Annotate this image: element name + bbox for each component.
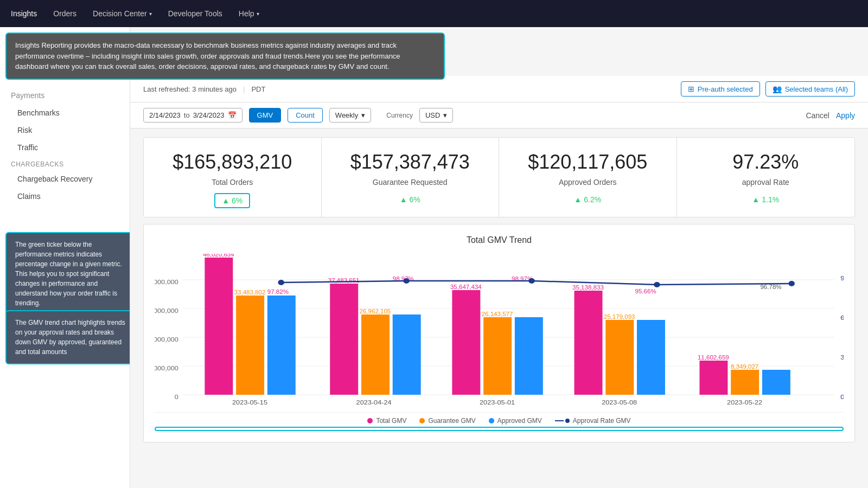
metric-card-guarantee: $157,387,473 Guarantee Requested ▲ 6% (322, 138, 500, 217)
sidebar-item-benchmarks[interactable]: Benchmarks (0, 104, 130, 121)
svg-text:33,483,802: 33,483,802 (234, 290, 266, 296)
bar-guarantee-1 (236, 296, 264, 395)
filter-bar: 2/14/2023 to 3/24/2023 📅 GMV Count Weekl… (130, 102, 868, 129)
guarantee-label: Guarantee Requested (333, 178, 488, 187)
approval-dot-5 (788, 281, 795, 286)
period-select[interactable]: Weekly ▾ (329, 108, 371, 123)
svg-text:30,000,000: 30,000,000 (155, 307, 178, 314)
svg-text:97.82%: 97.82% (267, 289, 289, 295)
svg-text:95.66%: 95.66% (635, 288, 657, 294)
nav-item-help[interactable]: Help ▾ (239, 9, 259, 18)
bar-total-3 (452, 290, 480, 395)
bar-approved-1 (267, 296, 296, 395)
bar-total-5 (699, 361, 727, 395)
sidebar-item-claims[interactable]: Claims (0, 188, 130, 205)
svg-text:60.00%: 60.00% (840, 314, 844, 322)
approved-value: $120,117,605 (510, 151, 666, 174)
bar-approved-4 (637, 320, 665, 395)
approval-rate-label: approval Rate (688, 178, 844, 187)
bar-guarantee-3 (483, 317, 512, 395)
filter-actions: Cancel Apply (806, 111, 855, 120)
bar-approved-2 (393, 314, 421, 395)
total-orders-value: $165,893,210 (155, 151, 310, 174)
svg-text:2023-05-15: 2023-05-15 (232, 399, 267, 406)
chart-area: 0 10,000,000 20,000,000 30,000,000 40,00… (155, 254, 844, 406)
legend-highlight-box (155, 427, 844, 431)
main-content: Last refreshed: 3 minutes ago | PDT ⊞ Pr… (130, 27, 868, 488)
bar-total-1 (205, 258, 233, 395)
apply-button[interactable]: Apply (836, 111, 855, 120)
legend-total-gmv: Total GMV (367, 417, 406, 425)
header-bar: Last refreshed: 3 minutes ago | PDT ⊞ Pr… (130, 76, 868, 102)
gmv-toggle[interactable]: GMV (249, 108, 282, 123)
svg-text:20,000,000: 20,000,000 (155, 336, 178, 343)
bar-guarantee-5 (731, 370, 759, 395)
legend-approved-gmv: Approved GMV (489, 417, 542, 425)
svg-text:35,647,434: 35,647,434 (450, 284, 482, 290)
legend-dot-approved (489, 418, 494, 423)
legend-dot-total (367, 418, 373, 423)
svg-text:35,138,833: 35,138,833 (572, 285, 604, 291)
approval-rate-change: ▲ 1.1% (745, 193, 786, 206)
up-arrow-icon: ▲ (400, 195, 407, 204)
svg-text:90.00%: 90.00% (840, 275, 844, 282)
count-toggle[interactable]: Count (288, 108, 323, 123)
sidebar-item-chargeback-recovery[interactable]: Chargeback Recovery (0, 170, 130, 188)
currency-select[interactable]: USD ▾ (419, 108, 453, 123)
svg-text:40,000,000: 40,000,000 (155, 279, 178, 286)
nav-item-developer-tools[interactable]: Developer Tools (168, 9, 222, 18)
chevron-down-icon: ▾ (361, 111, 365, 119)
nav-item-decision-center[interactable]: Decision Center ▾ (93, 9, 152, 18)
legend-dot-rate (565, 419, 570, 423)
legend-guarantee-gmv: Guarantee GMV (419, 417, 475, 425)
svg-text:26,143,577: 26,143,577 (482, 311, 513, 317)
tooltip-intro: Insights Reporting provides the macro-da… (5, 33, 445, 80)
nav-item-orders[interactable]: Orders (53, 9, 76, 18)
svg-text:8,349,027: 8,349,027 (731, 364, 758, 370)
guarantee-value: $157,387,473 (333, 151, 488, 174)
approval-dot-1 (278, 280, 284, 285)
guarantee-change: ▲ 6% (393, 193, 427, 206)
up-arrow-icon: ▲ (752, 195, 760, 204)
date-range-picker[interactable]: 2/14/2023 to 3/24/2023 📅 (143, 108, 242, 123)
sidebar-item-risk[interactable]: Risk (0, 121, 130, 139)
approval-dot-2 (403, 278, 410, 284)
filter-icon: ⊞ (688, 85, 694, 93)
selected-teams-button[interactable]: 👥 Selected teams (All) (765, 81, 855, 97)
preauth-selected-button[interactable]: ⊞ Pre-auth selected (681, 81, 760, 97)
bar-guarantee-4 (605, 320, 634, 395)
nav-item-insights[interactable]: Insights (11, 9, 37, 18)
metric-card-approval-rate: 97.23% approval Rate ▲ 1.1% (677, 138, 855, 217)
total-orders-label: Total Orders (155, 178, 310, 187)
legend-dot-guarantee (419, 418, 425, 423)
refresh-info: Last refreshed: 3 minutes ago | PDT (143, 85, 265, 93)
sidebar-item-traffic[interactable]: Traffic (0, 139, 130, 156)
legend-approval-rate-gmv: Approval Rate GMV (555, 417, 631, 425)
svg-text:2023-04-24: 2023-04-24 (356, 399, 392, 406)
chart-svg: 0 10,000,000 20,000,000 30,000,000 40,00… (155, 254, 844, 406)
approval-dot-4 (654, 282, 660, 287)
metric-card-total-orders: $165,893,210 Total Orders ▲ 6% (144, 138, 322, 217)
chevron-down-icon: ▾ (257, 11, 259, 17)
team-icon: 👥 (773, 85, 782, 93)
approval-rate-value: 97.23% (688, 151, 844, 174)
bar-total-2 (330, 284, 358, 395)
header-actions: ⊞ Pre-auth selected 👥 Selected teams (Al… (681, 81, 855, 97)
svg-text:0: 0 (175, 394, 178, 401)
bar-approved-5 (762, 370, 790, 395)
approval-dot-3 (528, 278, 535, 284)
up-arrow-icon: ▲ (222, 196, 229, 205)
calendar-icon: 📅 (228, 111, 237, 119)
cancel-button[interactable]: Cancel (806, 111, 829, 120)
chevron-down-icon: ▾ (149, 11, 152, 17)
svg-text:30.00%: 30.00% (840, 354, 844, 361)
chart-legend: Total GMV Guarantee GMV Approved GMV App… (155, 412, 844, 425)
approved-change: ▲ 6.2% (567, 193, 608, 206)
svg-text:0.00%: 0.00% (840, 394, 844, 401)
sidebar-item-payments[interactable]: Payments (0, 87, 130, 104)
approved-label: Approved Orders (510, 178, 666, 187)
svg-text:25,179,093: 25,179,093 (604, 314, 635, 320)
metric-card-approved: $120,117,605 Approved Orders ▲ 6.2% (499, 138, 677, 217)
svg-text:96.78%: 96.78% (760, 284, 782, 290)
top-navigation: Insights Orders Decision Center ▾ Develo… (0, 0, 868, 27)
